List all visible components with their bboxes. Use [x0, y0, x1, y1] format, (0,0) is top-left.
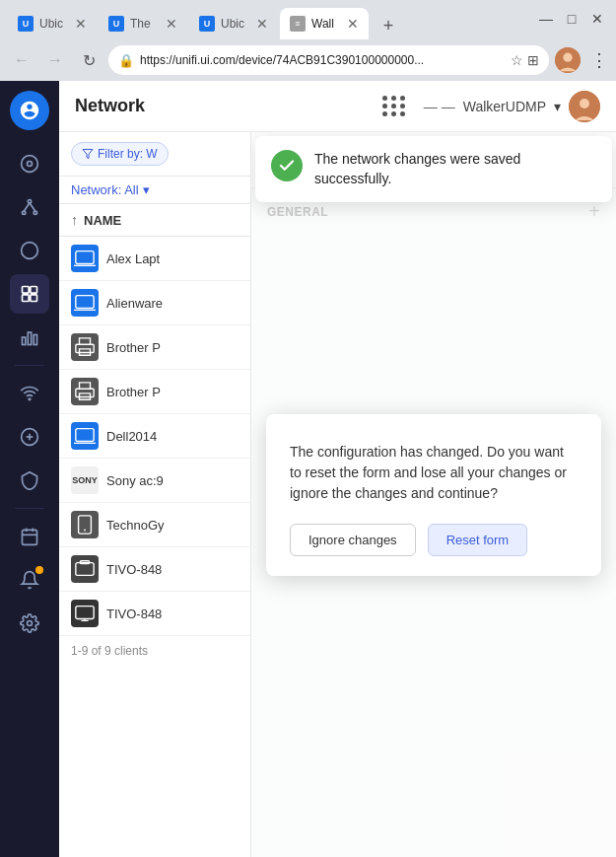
maximize-button[interactable]: □ [561, 8, 582, 30]
client-row-brother1[interactable]: Brother P [59, 325, 250, 370]
user-menu[interactable]: — — WalkerUDMP ▾ [424, 91, 600, 122]
sidebar-item-notifications[interactable] [10, 560, 49, 600]
close-button[interactable]: ✕ [586, 8, 608, 30]
svg-rect-33 [76, 429, 94, 442]
minimize-button[interactable]: — [535, 8, 557, 30]
svg-rect-21 [23, 530, 37, 544]
dialog-box: The configuration has changed. Do you wa… [266, 414, 601, 576]
filter-label: Filter by: W [98, 147, 158, 161]
tab-1[interactable]: U Ubic ✕ [8, 8, 97, 39]
success-icon [271, 150, 303, 181]
svg-rect-14 [23, 337, 26, 345]
sidebar-item-shield[interactable] [10, 461, 49, 500]
svg-rect-11 [31, 287, 37, 294]
client-name-dell: Dell2014 [106, 429, 157, 444]
client-row-alex[interactable]: Alex Lapt [59, 237, 250, 281]
client-icon-brother1 [71, 333, 99, 361]
client-name-brother2: Brother P [106, 385, 161, 399]
svg-line-8 [30, 203, 35, 211]
svg-rect-13 [31, 295, 37, 302]
svg-point-2 [22, 156, 38, 173]
sidebar-item-settings[interactable] [10, 604, 49, 643]
browser-menu-icon[interactable]: ⋮ [590, 49, 608, 71]
client-row-brother2[interactable]: Brother P [59, 370, 250, 414]
client-icon-dell [71, 422, 99, 450]
svg-line-7 [24, 203, 30, 211]
forward-button[interactable]: → [41, 46, 69, 74]
client-row-dell[interactable]: Dell2014 [59, 414, 250, 459]
svg-point-1 [563, 53, 572, 62]
url-text: https://unifi.ui.com/device/74ACB91C3901… [140, 53, 505, 67]
app-header: Network — — WalkerUDMP ▾ [59, 81, 616, 132]
svg-point-25 [28, 621, 33, 626]
sidebar-item-wireless[interactable] [10, 374, 49, 413]
svg-rect-36 [76, 563, 94, 576]
tab-1-close[interactable]: ✕ [75, 16, 87, 32]
tab-2-favicon: U [108, 16, 124, 32]
tab-4-label: Wall [311, 17, 341, 31]
sidebar-item-dashboard[interactable] [10, 144, 49, 183]
filter-badge[interactable]: Filter by: W [71, 142, 169, 166]
client-row-sony[interactable]: SONY Sony ac:9 [59, 459, 250, 503]
filter-row: Filter by: W [59, 132, 250, 177]
sort-icon[interactable]: ↑ [71, 212, 78, 228]
sidebar-item-topology[interactable] [10, 187, 49, 227]
svg-point-5 [23, 211, 26, 214]
user-chevron: ▾ [554, 99, 561, 114]
sidebar-item-charts[interactable] [10, 318, 49, 357]
sidebar-item-statistics[interactable] [10, 231, 49, 270]
client-icon-alex [71, 245, 99, 272]
svg-rect-10 [23, 287, 30, 294]
svg-rect-29 [76, 251, 94, 264]
tab-3[interactable]: U Ubic ✕ [189, 8, 278, 39]
client-icon-tivo2 [71, 600, 99, 627]
sidebar-divider-2 [15, 508, 44, 509]
back-button[interactable]: ← [8, 46, 35, 74]
ignore-changes-button[interactable]: Ignore changes [290, 524, 416, 556]
svg-point-17 [29, 398, 31, 400]
tab-2[interactable]: U The ✕ [99, 8, 187, 39]
network-filter[interactable]: Network: All ▾ [59, 177, 250, 204]
svg-rect-30 [76, 296, 94, 309]
app-logo[interactable] [10, 91, 49, 130]
lock-icon: 🔒 [118, 53, 134, 68]
svg-marker-28 [83, 150, 93, 159]
client-row-tivo2[interactable]: TIVO-848 [59, 592, 250, 636]
reset-form-button[interactable]: Reset form [428, 524, 528, 556]
dialog-overlay: The configuration has changed. Do you wa… [251, 132, 616, 857]
browser-profile-avatar[interactable] [555, 47, 581, 73]
tab-1-label: Ubic [39, 17, 69, 31]
client-row-techno[interactable]: TechnoGy [59, 503, 250, 547]
tab-1-favicon: U [18, 16, 34, 32]
client-list-panel: Filter by: W Network: All ▾ ↑ NAME Alex [59, 132, 251, 857]
client-name-sony: Sony ac:9 [106, 473, 164, 488]
svg-rect-15 [28, 332, 31, 345]
sidebar-item-protect[interactable] [10, 417, 49, 457]
svg-rect-12 [23, 295, 30, 302]
tab-3-label: Ubic [221, 17, 250, 31]
star-icon[interactable]: ☆ [511, 52, 523, 68]
client-icon-alienware [71, 289, 99, 317]
tab-3-close[interactable]: ✕ [256, 16, 268, 32]
sidebar-item-analytics[interactable] [10, 274, 49, 314]
tab-4-close[interactable]: ✕ [347, 16, 359, 32]
svg-point-27 [580, 99, 589, 108]
tab-4-favicon: ≡ [290, 16, 306, 32]
client-row-tivo1[interactable]: TIVO-848 [59, 547, 250, 592]
username: WalkerUDMP [463, 99, 546, 114]
dialog-message: The configuration has changed. Do you wa… [290, 442, 578, 504]
extension-icon[interactable]: ⊞ [527, 52, 539, 68]
refresh-button[interactable]: ↻ [75, 46, 103, 74]
apps-grid-button[interactable] [376, 90, 412, 122]
address-bar[interactable]: 🔒 https://unifi.ui.com/device/74ACB91C39… [108, 45, 549, 75]
network-chevron: ▾ [143, 182, 150, 197]
sidebar-item-calendar[interactable] [10, 517, 49, 556]
new-tab-button[interactable]: + [375, 12, 402, 39]
tab-2-close[interactable]: ✕ [166, 16, 177, 32]
svg-point-9 [22, 243, 38, 259]
client-row-alienware[interactable]: Alienware [59, 281, 250, 325]
notification-dot [35, 566, 43, 574]
client-icon-techno [71, 511, 99, 538]
client-name-tivo2: TIVO-848 [106, 607, 162, 621]
tab-4[interactable]: ≡ Wall ✕ [280, 8, 369, 39]
